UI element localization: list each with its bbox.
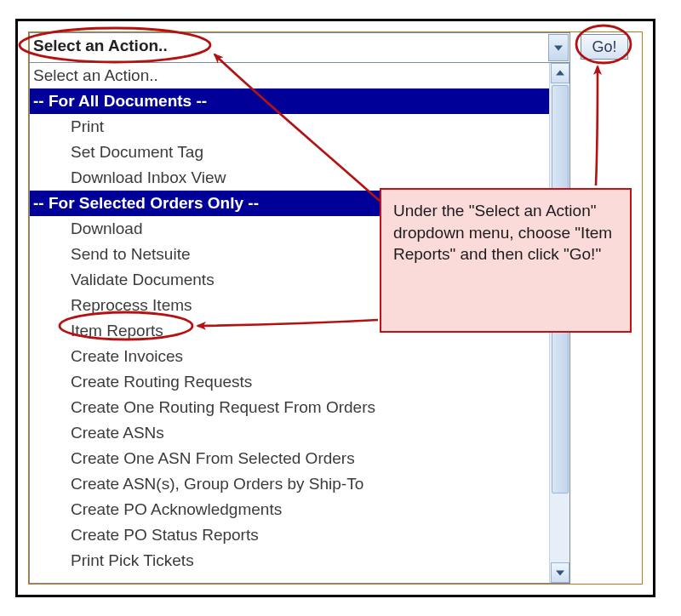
action-row: Select an Action.. Go! <box>29 32 642 63</box>
chevron-down-icon <box>554 46 563 51</box>
dropdown-option-print[interactable]: Print <box>30 114 549 140</box>
dropdown-option-create-one-asn[interactable]: Create One ASN From Selected Orders <box>30 446 549 471</box>
dropdown-option-create-po-status[interactable]: Create PO Status Reports <box>30 522 549 548</box>
chevron-up-icon <box>556 70 564 75</box>
dropdown-option-create-invoices[interactable]: Create Invoices <box>30 344 549 369</box>
action-select[interactable]: Select an Action.. <box>29 32 570 63</box>
dropdown-option-create-one-routing-request[interactable]: Create One Routing Request From Orders <box>30 395 549 420</box>
dropdown-option-set-document-tag[interactable]: Set Document Tag <box>30 140 549 165</box>
dropdown-option-create-asns[interactable]: Create ASNs <box>30 420 549 446</box>
dropdown-section-all-documents: -- For All Documents -- <box>30 88 549 114</box>
action-select-label: Select an Action.. <box>33 37 168 55</box>
scroll-down-button[interactable] <box>551 562 569 583</box>
dropdown-option-create-po-ack[interactable]: Create PO Acknowledgments <box>30 497 549 522</box>
go-button[interactable]: Go! <box>581 34 628 60</box>
chevron-down-icon <box>556 571 564 576</box>
dropdown-option-download-inbox-view[interactable]: Download Inbox View <box>30 165 549 191</box>
dropdown-option-print-pick-tickets[interactable]: Print Pick Tickets <box>30 548 549 573</box>
dropdown-option-create-asn-group[interactable]: Create ASN(s), Group Orders by Ship-To <box>30 471 549 497</box>
annotation-callout: Under the "Select an Action" dropdown me… <box>380 188 632 333</box>
scroll-up-button[interactable] <box>551 63 569 83</box>
dropdown-option-create-routing-requests[interactable]: Create Routing Requests <box>30 369 549 395</box>
dropdown-option-placeholder[interactable]: Select an Action.. <box>30 63 549 88</box>
go-button-label: Go! <box>592 38 616 55</box>
annotation-text: Under the "Select an Action" dropdown me… <box>393 202 612 263</box>
action-select-toggle[interactable] <box>548 34 569 61</box>
